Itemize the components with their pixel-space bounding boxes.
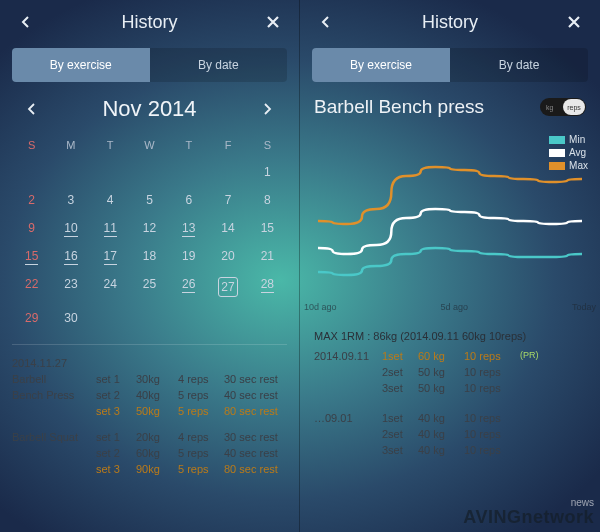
calendar-day[interactable]: 4	[91, 186, 130, 214]
session-reps: 10 reps	[464, 428, 520, 440]
calendar-day[interactable]: 27	[208, 270, 247, 304]
close-button[interactable]	[261, 10, 285, 34]
calendar-day[interactable]: 3	[51, 186, 90, 214]
divider	[12, 344, 287, 345]
tab-by-date[interactable]: By date	[450, 48, 588, 82]
calendar-day[interactable]: 7	[208, 186, 247, 214]
calendar-day[interactable]: 12	[130, 214, 169, 242]
set-rest: 40 sec rest	[224, 389, 296, 401]
chart-line-max	[318, 167, 582, 224]
calendar-weekday: T	[169, 132, 208, 158]
calendar-weekday: M	[51, 132, 90, 158]
session-date: …09.01	[314, 412, 382, 424]
tab-by-exercise[interactable]: By exercise	[12, 48, 150, 82]
exercise-title: Barbell Bench press	[314, 96, 484, 118]
pr-badge	[520, 428, 550, 440]
calendar-day	[169, 304, 208, 332]
tab-by-date[interactable]: By date	[150, 48, 288, 82]
session-set-row: 2set50 kg10 reps	[300, 364, 600, 380]
calendar-day[interactable]: 18	[130, 242, 169, 270]
calendar-day[interactable]: 13	[169, 214, 208, 242]
calendar-day[interactable]: 10	[51, 214, 90, 242]
session-set: 3set	[382, 444, 418, 456]
session-reps: 10 reps	[464, 350, 520, 362]
kg-reps-toggle[interactable]: kg reps	[540, 98, 586, 116]
session-set-row: 2014.09.111set60 kg10 reps(PR)	[300, 348, 600, 364]
session-set: 1set	[382, 350, 418, 362]
set-set: set 1	[96, 373, 136, 385]
session-wt: 40 kg	[418, 412, 464, 424]
tab-by-exercise[interactable]: By exercise	[312, 48, 450, 82]
calendar-day[interactable]: 19	[169, 242, 208, 270]
calendar-day[interactable]: 28	[248, 270, 287, 304]
session-set-row: 3set50 kg10 reps	[300, 380, 600, 396]
view-tabs: By exercise By date	[312, 48, 588, 82]
set-reps: 5 reps	[178, 405, 224, 417]
back-button[interactable]	[14, 10, 38, 34]
calendar-day[interactable]: 26	[169, 270, 208, 304]
set-rest: 80 sec rest	[224, 463, 296, 475]
calendar-day	[248, 304, 287, 332]
set-reps: 5 reps	[178, 389, 224, 401]
log-date: 2014.11.27	[12, 357, 287, 369]
session-date	[314, 366, 382, 378]
watermark: news AVINGnetwork	[463, 498, 594, 526]
calendar-day[interactable]: 29	[12, 304, 51, 332]
calendar-day[interactable]: 17	[91, 242, 130, 270]
close-button[interactable]	[562, 10, 586, 34]
calendar-day[interactable]: 8	[248, 186, 287, 214]
calendar-day[interactable]: 23	[51, 270, 90, 304]
set-set: set 3	[96, 463, 136, 475]
session-set: 2set	[382, 366, 418, 378]
toggle-knob: reps	[563, 99, 585, 115]
set-rest: 30 sec rest	[224, 431, 296, 443]
set-wt: 90kg	[136, 463, 178, 475]
calendar-day[interactable]: 9	[12, 214, 51, 242]
calendar-day[interactable]: 25	[130, 270, 169, 304]
session-date: 2014.09.11	[314, 350, 382, 362]
session-set: 1set	[382, 412, 418, 424]
session-set-row: 3set40 kg10 reps	[300, 442, 600, 458]
session-reps: 10 reps	[464, 412, 520, 424]
page-title: History	[422, 12, 478, 33]
next-month-button[interactable]	[255, 97, 279, 121]
calendar-day[interactable]: 30	[51, 304, 90, 332]
calendar-day[interactable]: 24	[91, 270, 130, 304]
session-set-row: 2set40 kg10 reps	[300, 426, 600, 442]
calendar-weekday: S	[248, 132, 287, 158]
calendar-day[interactable]: 15	[12, 242, 51, 270]
set-reps: 4 reps	[178, 373, 224, 385]
set-set: set 2	[96, 389, 136, 401]
month-title: Nov 2014	[102, 96, 196, 122]
set-wt: 20kg	[136, 431, 178, 443]
calendar-day[interactable]: 6	[169, 186, 208, 214]
calendar-day[interactable]: 20	[208, 242, 247, 270]
exercise-name: Bench Press	[12, 389, 96, 401]
calendar-day[interactable]: 14	[208, 214, 247, 242]
pr-badge	[520, 382, 550, 394]
session-set-row: …09.011set40 kg10 reps	[300, 410, 600, 426]
session-set: 3set	[382, 382, 418, 394]
calendar-day[interactable]: 15	[248, 214, 287, 242]
session-wt: 50 kg	[418, 382, 464, 394]
calendar-day[interactable]: 11	[91, 214, 130, 242]
calendar-day[interactable]: 16	[51, 242, 90, 270]
pr-badge: (PR)	[520, 350, 550, 362]
prev-month-button[interactable]	[20, 97, 44, 121]
calendar-day[interactable]: 5	[130, 186, 169, 214]
session-wt: 50 kg	[418, 366, 464, 378]
calendar-day[interactable]: 21	[248, 242, 287, 270]
exercise-name: Barbell	[12, 373, 96, 385]
session-wt: 60 kg	[418, 350, 464, 362]
set-reps: 4 reps	[178, 431, 224, 443]
view-tabs: By exercise By date	[12, 48, 287, 82]
calendar-weekday: F	[208, 132, 247, 158]
set-wt: 60kg	[136, 447, 178, 459]
calendar-day[interactable]: 2	[12, 186, 51, 214]
calendar-day[interactable]: 22	[12, 270, 51, 304]
calendar-weekday: T	[91, 132, 130, 158]
session-wt: 40 kg	[418, 428, 464, 440]
back-button[interactable]	[314, 10, 338, 34]
calendar-day[interactable]: 1	[248, 158, 287, 186]
set-rest: 30 sec rest	[224, 373, 296, 385]
